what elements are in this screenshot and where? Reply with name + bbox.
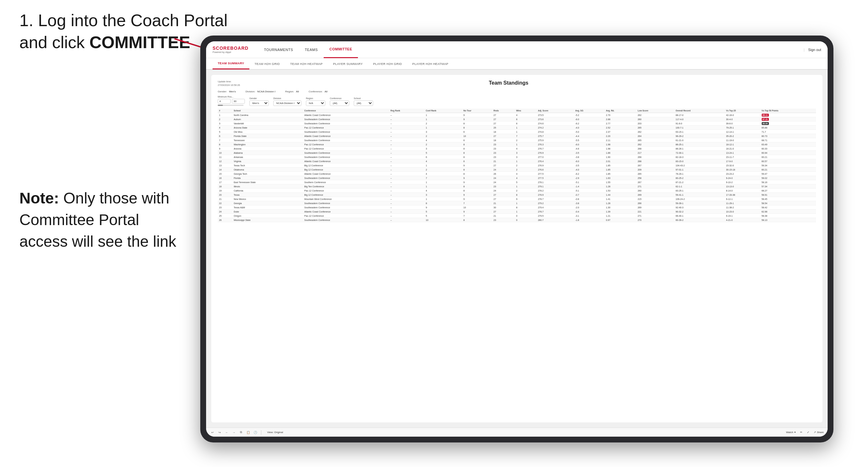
sub-tab-team-summary[interactable]: TEAM SUMMARY — [213, 58, 249, 69]
cell-reg-rank: – — [389, 143, 425, 147]
cell-overall: 104-43-2 — [675, 163, 725, 167]
device-screen: SCOREBOARD Powered by clippd TOURNAMENTS… — [206, 41, 828, 437]
cell-rnds: 27 — [492, 210, 515, 214]
division-select[interactable]: NCAA Division I — [273, 100, 301, 106]
cell-rnds: 27 — [492, 113, 515, 117]
cell-adj-score: 276.7 — [536, 147, 574, 151]
nav-committee[interactable]: COMMITTEE — [324, 41, 358, 58]
cell-reg-rank: – — [389, 117, 425, 121]
cell-vs50: 57.34 — [761, 184, 816, 189]
cell-avg-sg: -4.0 — [574, 126, 605, 130]
cell-vs50: 59.34 — [761, 163, 816, 167]
gender-select[interactable]: Men's — [249, 100, 269, 106]
cell-overall: 59-41-1 — [675, 193, 725, 197]
cell-wins: 8 — [515, 206, 537, 210]
cell-vs25: 9-12-1 — [725, 197, 761, 201]
sub-tab-team-h2h-heatmap[interactable]: TEAM H2H HEATMAP — [285, 58, 328, 69]
nav-teams[interactable]: TEAMS — [299, 41, 323, 58]
table-row: 3 Vanderbilt Southeastern Conference – 2… — [218, 121, 816, 126]
cell-avg-sg: -2.9 — [574, 176, 605, 180]
cell-adj-score: 278.7 — [536, 197, 574, 201]
cell-adj-score: 276.4 — [536, 159, 574, 163]
undo-icon[interactable]: ↩ — [210, 430, 215, 435]
cell-vs25: 30-4-0 — [725, 117, 761, 121]
cell-adj-score: 274.2 — [536, 126, 574, 130]
view-original-btn[interactable]: View: Original — [267, 431, 283, 434]
cell-overall: 63-15-1 — [675, 130, 725, 134]
cell-vs25: 8-14-0 — [725, 189, 761, 193]
cell-reg-rank: – — [389, 155, 425, 159]
cell-no-tour: 7 — [462, 201, 492, 206]
cell-no-tour: 8 — [462, 143, 492, 147]
cell-vs25: 23-11-7 — [725, 155, 761, 159]
cell-vs25: 9-24-0 — [725, 176, 761, 180]
min-input[interactable] — [218, 99, 231, 104]
paste-icon[interactable]: 📋 — [246, 430, 251, 435]
table-row: 11 Arkansas Southeastern Conference – 6 … — [218, 155, 816, 159]
region-select[interactable]: N/A — [306, 100, 325, 106]
share-label: Share — [817, 431, 824, 434]
col-no-tour: No Tour — [462, 108, 492, 113]
cell-rank: 14 — [218, 167, 232, 172]
cell-conference: Southeastern Conference — [303, 206, 389, 210]
sub-tab-player-summary[interactable]: PLAYER SUMMARY — [328, 58, 368, 69]
clock-icon[interactable]: 🕐 — [253, 430, 258, 435]
cell-rank: 22 — [218, 201, 232, 206]
cell-adj-score: 275.7 — [536, 134, 574, 138]
sub-tab-team-h2h-grid[interactable]: TEAM H2H GRID — [249, 58, 285, 69]
cell-school: Texas Tech — [232, 163, 303, 167]
cell-conf-rank: 3 — [425, 130, 462, 134]
cell-no-tour: 7 — [462, 214, 492, 218]
cell-reg-rank: – — [389, 180, 425, 184]
cell-vs50: 58.16 — [761, 180, 816, 184]
cell-avg-sg: -4.4 — [574, 134, 605, 138]
cell-avg-rd: 1.21 — [605, 214, 637, 218]
cell-rank: 17 — [218, 180, 232, 184]
sign-out-area: | Sign out — [804, 48, 821, 52]
table-row: 24 Duke Atlantic Coast Conference – 5 9 … — [218, 210, 816, 214]
share-btn[interactable]: ↗ Share — [814, 431, 824, 434]
cell-avg-rd: 2.37 — [605, 130, 637, 134]
cell-vs25: 15-32-0 — [725, 163, 761, 167]
school-select[interactable]: (All) — [354, 100, 373, 106]
cell-adj-score: 276.9 — [536, 151, 574, 155]
table-container[interactable]: # School Conference Reg Rank Conf Rank N… — [218, 108, 816, 222]
cell-conf-rank: 4 — [425, 189, 462, 193]
cell-overall: 91-6-0 — [675, 121, 725, 126]
cell-reg-rank: – — [389, 134, 425, 138]
back-icon[interactable]: ← — [224, 430, 229, 435]
cell-rank: 24 — [218, 210, 232, 214]
note-bold: Note: — [20, 190, 59, 207]
cell-reg-rank: – — [389, 218, 425, 222]
copy-icon[interactable]: ⧉ — [239, 430, 244, 435]
table-row: 16 Florida Southeastern Conference – 7 9… — [218, 176, 816, 180]
cell-rnds: 18 — [492, 130, 515, 134]
forward-icon[interactable]: → — [231, 430, 237, 435]
cell-avg-rd: 1.85 — [605, 172, 637, 176]
cell-reg-rank: – — [389, 206, 425, 210]
max-input[interactable] — [232, 99, 245, 104]
cell-adj-score: 274.8 — [536, 130, 574, 134]
cell-school: Georgia — [232, 201, 303, 206]
cell-rank: 10 — [218, 151, 232, 155]
sub-tab-player-h2h-grid[interactable]: PLAYER H2H GRID — [368, 58, 407, 69]
fullscreen-btn[interactable]: ⤢ — [807, 431, 809, 434]
cell-school: Arizona — [232, 147, 303, 151]
annotate-btn[interactable]: ✏ — [800, 431, 802, 434]
sign-out-btn[interactable]: Sign out — [808, 48, 821, 52]
redo-icon[interactable]: ↪ — [217, 430, 222, 435]
watch-btn[interactable]: Watch ▾ — [786, 431, 795, 434]
division-control-label: Division — [273, 97, 301, 99]
cell-avg-sg: -3.8 — [574, 155, 605, 159]
cell-no-tour: 8 — [462, 151, 492, 155]
col-reg-rank: Reg Rank — [389, 108, 425, 113]
col-wins: Wins — [515, 108, 537, 113]
cell-conference: Southeastern Conference — [303, 201, 389, 206]
cell-low: 260 — [637, 189, 675, 193]
conference-select[interactable]: (All) — [330, 100, 349, 106]
sub-tab-player-h2h-heatmap[interactable]: PLAYER H2H HEATMAP — [407, 58, 454, 69]
slider-bar[interactable] — [218, 105, 244, 106]
nav-tournaments[interactable]: TOURNAMENTS — [258, 41, 299, 58]
cell-low: 260 — [637, 117, 675, 121]
cell-reg-rank: – — [389, 176, 425, 180]
